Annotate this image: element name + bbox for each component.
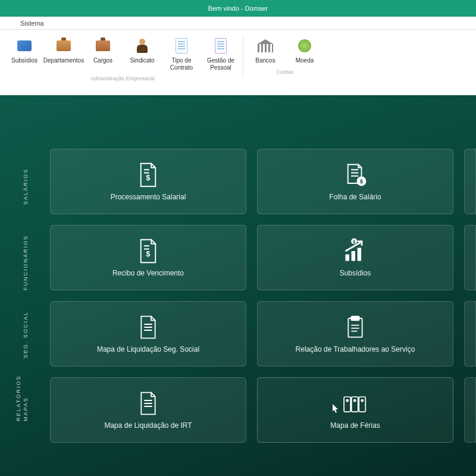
person-icon xyxy=(133,37,151,55)
bank-icon xyxy=(256,37,274,55)
side-label-funcionarios: FUNCIONÁRIOS xyxy=(23,235,29,290)
tile-label: Recibo de Vencimento xyxy=(112,269,184,277)
payroll-icon: $ xyxy=(342,162,368,188)
svg-point-16 xyxy=(361,400,363,402)
tile-folha-salario[interactable]: $ Folha de Salário xyxy=(257,149,453,214)
svg-text:$: $ xyxy=(146,174,151,182)
svg-rect-11 xyxy=(344,397,350,412)
tile-relacao-trabalhadores[interactable]: Relação de Trabalhadores ao Serviço xyxy=(257,301,453,367)
tile-partial[interactable] xyxy=(464,301,476,367)
ribbon-label: Departamentos xyxy=(43,57,84,64)
tile-partial[interactable] xyxy=(464,149,476,214)
document-icon xyxy=(135,314,161,340)
svg-rect-12 xyxy=(352,397,358,412)
ribbon-cargos[interactable]: Cargos xyxy=(83,36,123,72)
ribbon-label: Bancos xyxy=(255,57,275,64)
tile-mapa-seg-social[interactable]: Mapa de Liquidação Seg. Social xyxy=(50,301,246,367)
tile-label: Mapa de Liquidação de IRT xyxy=(104,421,192,430)
side-label-salarios: SALÁRIOS xyxy=(23,168,29,205)
tile-label: Subsídios xyxy=(340,269,371,277)
receipt-icon: $ xyxy=(135,238,161,264)
ribbon-group-contas: Bancos Moeda Contas xyxy=(246,36,324,75)
ribbon-label: Tipo de Contrato xyxy=(163,57,200,71)
ribbon-group-admin: Subsídios Departamentos Cargos Sindicato… xyxy=(5,36,240,82)
side-label-mapas: MAPAS xyxy=(23,397,29,421)
ribbon-moeda[interactable]: Moeda xyxy=(285,36,324,65)
ribbon-label: Sindicato xyxy=(130,57,154,64)
tile-partial[interactable] xyxy=(464,377,476,443)
tag-icon xyxy=(15,37,33,55)
svg-rect-4 xyxy=(346,255,349,261)
side-category-labels: SALÁRIOS FUNCIONÁRIOS SEG. SOCIAL MAPAS … xyxy=(23,149,46,476)
tile-mapa-ferias[interactable]: Mapa de Férias xyxy=(257,377,453,443)
clipboard-icon xyxy=(342,314,368,340)
tile-label: Folha de Salário xyxy=(329,193,381,201)
cursor-pointer-icon xyxy=(329,403,341,420)
document-icon xyxy=(212,37,230,55)
side-label-relatorios: RELATÓRIOS xyxy=(15,375,21,421)
tile-label: Processamento Salarial xyxy=(111,193,186,201)
svg-text:$: $ xyxy=(360,178,364,184)
svg-rect-5 xyxy=(352,251,355,261)
ribbon-subsidios[interactable]: Subsídios xyxy=(5,36,44,72)
window-title: Bem vindo - Domser xyxy=(208,5,268,12)
menubar: Sistema xyxy=(0,17,476,30)
ribbon-divider xyxy=(243,36,243,77)
svg-text:$: $ xyxy=(353,239,355,245)
svg-rect-10 xyxy=(351,317,359,321)
ribbon-departamentos[interactable]: Departamentos xyxy=(44,36,83,72)
tile-mapa-irt[interactable]: Mapa de Liquidação de IRT xyxy=(50,377,246,443)
ribbon-bancos[interactable]: Bancos xyxy=(246,36,285,65)
tile-processamento-salarial[interactable]: $ Processamento Salarial xyxy=(50,149,246,214)
coin-icon xyxy=(296,37,314,55)
ribbon-group-label: Administração Empresarial xyxy=(5,76,240,82)
svg-point-15 xyxy=(354,400,356,402)
svg-rect-6 xyxy=(358,248,361,261)
invoice-dollar-icon: $ xyxy=(135,162,161,188)
ribbon-label: Gestão de Pessoal xyxy=(202,57,239,71)
welcome-dashboard: SALÁRIOS FUNCIONÁRIOS SEG. SOCIAL MAPAS … xyxy=(0,95,476,476)
tile-row: $ Processamento Salarial $ Folha de Salá… xyxy=(50,149,476,214)
ribbon-group-label: Contas xyxy=(246,69,324,75)
folders-icon xyxy=(342,390,368,416)
menu-item-sistema[interactable]: Sistema xyxy=(14,20,50,27)
ribbon-sindicato[interactable]: Sindicato xyxy=(123,36,162,72)
svg-rect-13 xyxy=(359,397,365,412)
ribbon-label: Subsídios xyxy=(11,57,37,64)
tile-row: Mapa de Liquidação de IRT Mapa de Férias xyxy=(50,377,476,443)
tile-row: $ Recibo de Vencimento $ Subsídios xyxy=(50,225,476,290)
chart-growth-icon: $ xyxy=(342,238,368,264)
tile-label: Mapa de Liquidação Seg. Social xyxy=(97,345,199,353)
tile-subsidios[interactable]: $ Subsídios xyxy=(257,225,453,290)
tile-row: Mapa de Liquidação Seg. Social Relação d… xyxy=(50,301,476,367)
tile-recibo-vencimento[interactable]: $ Recibo de Vencimento xyxy=(50,225,246,290)
ribbon-label: Moeda xyxy=(296,57,314,64)
tile-partial[interactable] xyxy=(464,225,476,290)
ribbon-label: Cargos xyxy=(93,57,112,64)
svg-point-14 xyxy=(346,400,348,402)
tile-label: Relação de Trabalhadores ao Serviço xyxy=(296,345,415,353)
document-icon xyxy=(173,37,190,55)
briefcase-icon xyxy=(94,37,112,55)
ribbon-tipo-contrato[interactable]: Tipo de Contrato xyxy=(162,36,201,72)
side-label-seg-social: SEG. SOCIAL xyxy=(23,311,29,358)
window-titlebar: Bem vindo - Domser xyxy=(0,0,476,17)
ribbon-gestao-pessoal[interactable]: Gestão de Pessoal xyxy=(201,36,240,72)
tile-label: Mapa de Férias xyxy=(330,421,380,430)
briefcase-icon xyxy=(55,37,73,55)
svg-text:$: $ xyxy=(146,250,151,258)
document-icon xyxy=(135,390,161,416)
ribbon-toolbar: Subsídios Departamentos Cargos Sindicato… xyxy=(0,30,476,95)
